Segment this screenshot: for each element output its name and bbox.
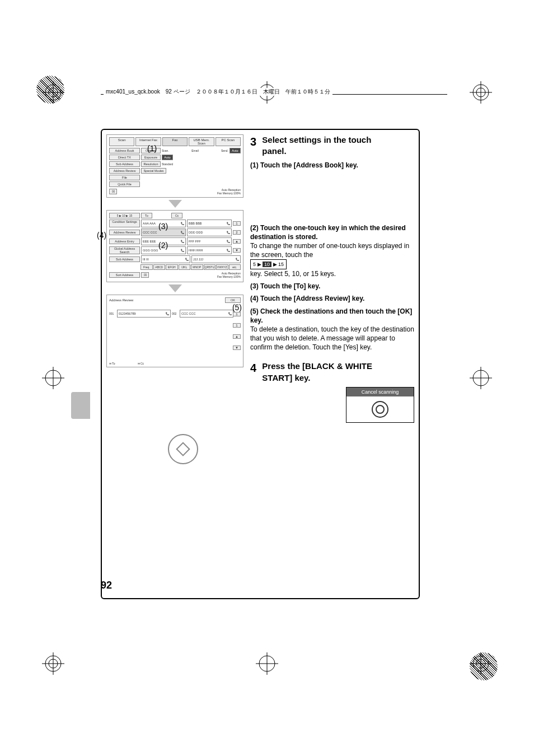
step-3-2-head: (2) Touch the one-touch key in which the… [250, 224, 406, 241]
dest-entry[interactable]: CCC CCC📞 [180, 310, 233, 318]
step-3-2-body-b: key. Select 5, 10, or 15 keys. [250, 269, 414, 278]
arrow-down-icon [168, 284, 182, 292]
address-review-button-2[interactable]: Address Review [109, 230, 140, 235]
special-modes-button[interactable]: Special Modes [141, 168, 166, 174]
onetouch-key[interactable]: FFF FFF📞 [187, 237, 232, 245]
start-button-icon [168, 434, 198, 464]
tab-pc-scan[interactable]: PC Scan [216, 137, 241, 146]
scroll-down-button[interactable]: ▼ [233, 346, 241, 350]
phone-icon: 📞 [181, 222, 184, 225]
phone-icon: 📞 [227, 222, 230, 225]
scroll-up-button[interactable]: ▲ [233, 239, 241, 244]
cancel-scanning-label: Cancel scanning [346, 388, 414, 396]
step-3-3: (3) Touch the [To] key. [250, 282, 320, 290]
scroll-index: 2 [233, 230, 241, 235]
touch-panel-3: Address Review OK 001 0123456789📞 002 CC… [106, 295, 243, 367]
step-3-4: (4) Touch the [Address Review] key. [250, 295, 364, 302]
onetouch-key[interactable]: III III📞 [141, 255, 190, 263]
address-book-button[interactable]: Address Book [109, 148, 140, 153]
onetouch-key[interactable]: DDD DDD📞 [187, 228, 232, 236]
crop-mark-icon [42, 367, 64, 389]
crop-mark-icon [470, 652, 492, 675]
tab-fax[interactable]: Fax [162, 137, 188, 146]
header-text: mxc401_us_qck.book 92 ページ ２００８年１０月１６日 木曜… [104, 88, 332, 96]
onetouch-key[interactable]: BBB BBB📞 [187, 220, 232, 227]
step-number-3: 3 [250, 134, 260, 150]
global-address-search-button[interactable]: Global Address Search [109, 246, 140, 254]
onetouch-key[interactable]: HHH HHH📞 [187, 246, 232, 254]
sort-address-button[interactable]: Sort Address [109, 272, 140, 278]
view-toggle-key: 5 ▶ 10 ▶ 15 [250, 259, 287, 269]
scroll-index: 1 [233, 221, 241, 226]
crop-mark-icon [470, 81, 492, 104]
cc-label: Cc [140, 362, 144, 365]
page-number: 92 [101, 580, 112, 591]
crop-mark-icon [42, 652, 64, 675]
callout-2: (2) [158, 241, 168, 250]
status-text-2: Auto Reception Fax Memory:100% [217, 272, 241, 278]
sub-address-button[interactable]: Sub Address [109, 161, 140, 167]
letter-tab[interactable]: ABCD [153, 264, 166, 270]
to-button[interactable]: To [141, 213, 152, 218]
scroll-index: 1 [233, 312, 241, 316]
scan-label: Scan. [162, 149, 190, 152]
envelope-icon: ✉ [109, 362, 111, 365]
preview-icon[interactable]: ☒ [109, 189, 117, 194]
step-3-1: (1) Touch the [Address Book] key. [250, 161, 358, 169]
step-4-title: Press the [BLACK & WHITE START] key. [262, 361, 391, 384]
sub-address-button-2[interactable]: Sub Address [109, 256, 140, 262]
address-review-button[interactable]: Address Review [109, 168, 140, 174]
standard-label: Standard [162, 162, 173, 166]
letter-tab[interactable]: VWXYZ [216, 264, 228, 270]
send-label: Send. [200, 149, 228, 152]
address-entry-button[interactable]: Address Entry [109, 239, 140, 244]
stop-icon [372, 401, 388, 418]
entry-number: 002 [172, 312, 179, 315]
status-text: Auto Reception Fax Memory:100% [217, 188, 241, 195]
view-toggle[interactable]: 5 ▶ 10 ▶ 15 [109, 213, 140, 218]
freq-button[interactable]: Freq. [140, 264, 153, 270]
letter-tab[interactable]: MNOP [191, 264, 203, 270]
resolution-button[interactable]: Resolution [141, 161, 161, 167]
auto-button[interactable]: Auto [229, 148, 241, 153]
ok-button[interactable]: OK [225, 297, 241, 303]
auto-button-2[interactable]: Auto [162, 155, 173, 160]
dest-entry[interactable]: 0123456789📞 [117, 310, 171, 318]
crop-mark-icon [256, 652, 278, 675]
tab-usb-mem-scan[interactable]: USB Mem. Scan [189, 137, 214, 146]
scroll-index: 1 [233, 323, 241, 328]
step-3-5-head: (5) Check the destinations and then touc… [250, 307, 412, 324]
letter-tab[interactable]: IJKL [179, 264, 191, 270]
callout-5: (5) [232, 303, 242, 312]
side-thumb-tab [71, 392, 90, 419]
crop-mark-icon [470, 367, 492, 389]
step-3-title: Select settings in the touch panel. [262, 134, 391, 157]
scroll-down-button[interactable]: ▼ [233, 248, 241, 253]
to-label: To [112, 362, 115, 365]
direct-tx-button[interactable]: Direct TX [109, 155, 140, 160]
touch-panel-2: 5 ▶ 10 ▶ 15 To Cc Condition Settings AAA… [106, 210, 243, 282]
onetouch-key[interactable]: JJJ JJJ📞 [191, 255, 241, 263]
tab-scan[interactable]: Scan [109, 137, 134, 146]
step-3-5-body: To delete a destination, touch the key o… [250, 325, 414, 352]
file-button[interactable]: File [109, 175, 140, 180]
step-3-2-body-a: To change the number of one-touch keys d… [250, 241, 414, 259]
quick-file-button[interactable]: Quick File [109, 181, 140, 187]
crop-mark-icon [42, 81, 64, 104]
callout-4: (4) [97, 231, 106, 240]
step-number-4: 4 [250, 361, 260, 376]
condition-settings-button[interactable]: Condition Settings [109, 220, 140, 227]
letter-tab[interactable]: QRSTU [204, 264, 216, 270]
scroll-up-button[interactable]: ▲ [233, 334, 241, 339]
letter-tab[interactable]: EFGH [166, 264, 178, 270]
exposure-button[interactable]: Exposure [141, 155, 161, 160]
cc-button[interactable]: Cc [171, 213, 182, 218]
entry-number: 001 [109, 312, 116, 315]
address-review-title: Address Review [109, 298, 133, 302]
callout-3: (3) [158, 222, 168, 231]
preview-icon[interactable]: ☒ [141, 272, 149, 278]
envelope-icon: ✉ [138, 362, 140, 365]
callout-1: (1) [147, 144, 157, 153]
letter-tab[interactable]: etc. [229, 264, 241, 270]
email-label: Email [191, 149, 199, 152]
